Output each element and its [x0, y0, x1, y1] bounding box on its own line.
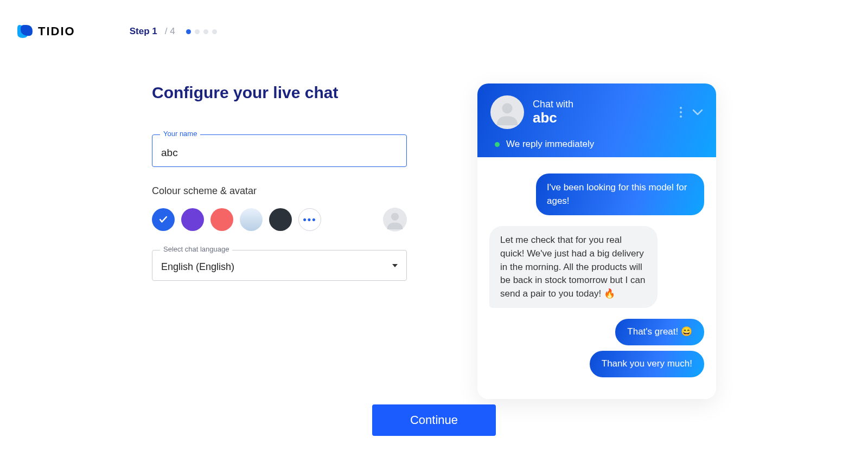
- swatch-purple[interactable]: [181, 208, 204, 231]
- kebab-icon[interactable]: [679, 106, 682, 118]
- stepper: Step 1 / 4: [130, 26, 217, 37]
- avatar-picker[interactable]: [383, 208, 407, 232]
- svg-point-4: [680, 115, 682, 118]
- language-select-value: English (English): [161, 261, 398, 273]
- step-total-label: / 4: [165, 26, 175, 37]
- swatch-blue[interactable]: [152, 208, 175, 231]
- chat-with-label: Chat with: [533, 99, 671, 110]
- name-field-label: Your name: [160, 130, 200, 138]
- svg-point-2: [680, 107, 682, 109]
- page-title: Configure your live chat: [152, 83, 407, 102]
- step-current-label: Step 1: [130, 26, 157, 37]
- continue-button[interactable]: Continue: [372, 404, 496, 436]
- status-dot-icon: [495, 142, 500, 147]
- avatar-icon: [494, 99, 520, 125]
- name-input[interactable]: [161, 147, 398, 159]
- check-icon: [158, 214, 169, 225]
- swatch-lightblue[interactable]: [240, 208, 263, 231]
- more-icon: •••: [303, 214, 317, 226]
- logo-icon: [16, 23, 34, 40]
- step-dot-3: [203, 29, 208, 34]
- language-select-label: Select chat language: [160, 245, 232, 253]
- swatch-more-button[interactable]: •••: [298, 208, 321, 231]
- chat-message-agent: Let me check that for you real quick! We…: [489, 226, 658, 308]
- chevron-down-icon[interactable]: [692, 109, 703, 115]
- form-column: Configure your live chat Your name Colou…: [152, 83, 407, 399]
- chat-name: abc: [533, 110, 671, 126]
- step-dot-1: [186, 29, 191, 34]
- colour-section-label: Colour scheme & avatar: [152, 185, 407, 197]
- step-dots: [186, 29, 217, 34]
- footer: Continue: [0, 404, 868, 436]
- chat-message-user: Thank you very much!: [590, 351, 704, 377]
- step-dot-4: [212, 29, 217, 34]
- chat-message-user: I've been looking for this model for age…: [536, 173, 704, 215]
- avatar-icon: [385, 210, 405, 229]
- reply-status-text: We reply immediately: [506, 139, 594, 150]
- chat-widget: Chat with abc We reply immediately: [477, 83, 716, 399]
- language-select[interactable]: Select chat language English (English): [152, 250, 407, 281]
- svg-point-3: [680, 111, 682, 113]
- logo: TIDIO: [16, 23, 75, 40]
- chat-actions: [679, 106, 703, 118]
- header: TIDIO Step 1 / 4: [0, 0, 868, 40]
- chat-header: Chat with abc We reply immediately: [477, 83, 716, 157]
- svg-point-0: [391, 213, 399, 220]
- caret-down-icon: [392, 264, 398, 267]
- swatch-coral[interactable]: [210, 208, 233, 231]
- chat-avatar: [490, 95, 524, 129]
- main: Configure your live chat Your name Colou…: [0, 40, 868, 399]
- chat-message-group: That's great! 😄 Thank you very much!: [489, 319, 704, 377]
- chat-message-user: That's great! 😄: [615, 319, 704, 345]
- swatch-row: •••: [152, 208, 407, 232]
- swatch-dark[interactable]: [269, 208, 292, 231]
- step-dot-2: [195, 29, 200, 34]
- chat-body: I've been looking for this model for age…: [477, 157, 716, 399]
- reply-status: We reply immediately: [495, 139, 594, 150]
- preview-column: Chat with abc We reply immediately: [477, 83, 716, 399]
- logo-text: TIDIO: [38, 24, 75, 38]
- name-field[interactable]: Your name: [152, 134, 407, 167]
- svg-point-1: [502, 103, 512, 113]
